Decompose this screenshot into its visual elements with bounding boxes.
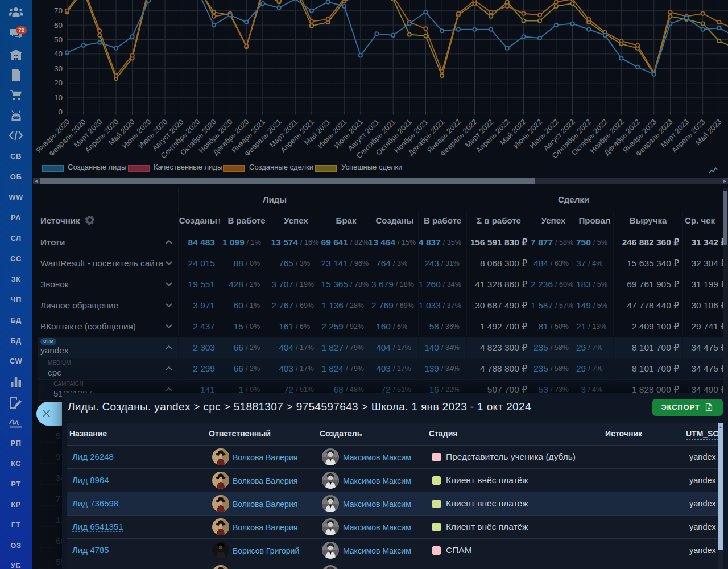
svg-text:50: 50: [54, 35, 63, 44]
svg-text:60: 60: [54, 21, 63, 30]
svg-text:30: 30: [54, 64, 63, 73]
svg-text:70: 70: [54, 6, 63, 15]
svg-text:40: 40: [54, 50, 63, 58]
svg-text:0: 0: [58, 108, 63, 116]
svg-text:20: 20: [54, 79, 63, 87]
svg-text:10: 10: [54, 93, 63, 102]
